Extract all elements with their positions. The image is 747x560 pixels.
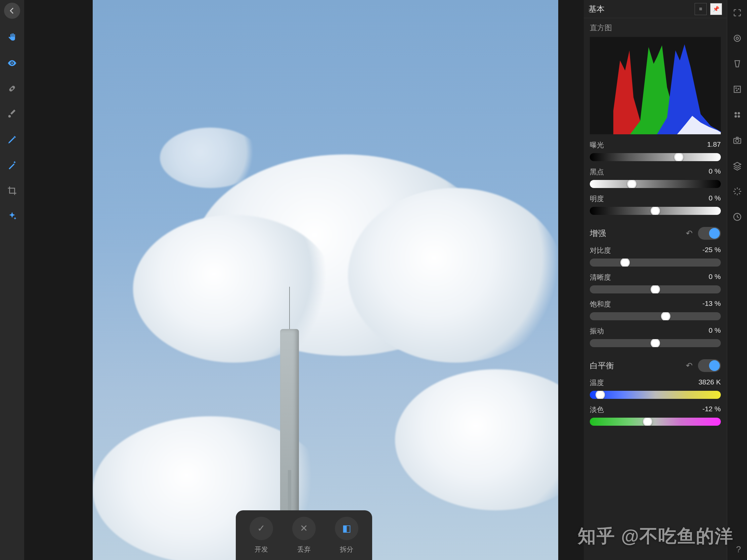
- history-icon[interactable]: [731, 211, 743, 223]
- crop-tool-icon[interactable]: [5, 184, 19, 197]
- tint-slider[interactable]: 淡色-12 %: [590, 405, 721, 426]
- contrast-slider[interactable]: 对比度-25 %: [590, 246, 721, 267]
- brightness-value: 0 %: [709, 194, 721, 204]
- wb-toggle[interactable]: [698, 359, 721, 372]
- pencil-tool-icon[interactable]: [5, 133, 19, 146]
- contrast-value: -25 %: [702, 246, 721, 255]
- enhance-header: 增强 ↶: [590, 227, 721, 240]
- left-toolbar: [0, 0, 24, 560]
- svg-point-0: [11, 62, 13, 64]
- blackpoint-slider[interactable]: 黑点0 %: [590, 167, 721, 188]
- histogram-label: 直方图: [590, 23, 721, 33]
- panel-header: 基本 ≡ 📌: [584, 0, 727, 18]
- channels-icon[interactable]: [731, 109, 743, 121]
- studio-rail: [727, 0, 747, 560]
- heal-tool-icon[interactable]: [5, 82, 19, 95]
- vibrance-slider[interactable]: 振动0 %: [590, 326, 721, 347]
- svg-point-4: [734, 35, 740, 42]
- exposure-slider[interactable]: 曝光1.87: [590, 140, 721, 161]
- brush-tool-icon[interactable]: [5, 107, 19, 121]
- camera-icon[interactable]: [731, 134, 743, 146]
- svg-point-5: [736, 37, 738, 39]
- wb-title: 白平衡: [590, 360, 614, 371]
- perspective-icon[interactable]: [731, 58, 743, 70]
- svg-point-15: [736, 139, 739, 142]
- photo-preview[interactable]: [93, 0, 558, 560]
- fullscreen-icon[interactable]: [731, 7, 743, 19]
- svg-point-8: [738, 89, 739, 89]
- tint-label: 淡色: [590, 405, 604, 414]
- split-button[interactable]: ◧ 拆分: [335, 517, 358, 554]
- temperature-value: 3826 K: [698, 378, 721, 388]
- tint-value: -12 %: [702, 405, 721, 414]
- whitebalance-header: 白平衡 ↶: [590, 359, 721, 372]
- clarity-slider[interactable]: 清晰度0 %: [590, 273, 721, 293]
- wand-tool-icon[interactable]: [5, 158, 19, 172]
- histogram[interactable]: [590, 37, 721, 134]
- list-view-icon[interactable]: ≡: [695, 3, 707, 15]
- vibrance-label: 振动: [590, 326, 604, 336]
- contrast-label: 对比度: [590, 246, 611, 255]
- wb-undo-icon[interactable]: ↶: [686, 361, 693, 370]
- vibrance-value: 0 %: [709, 326, 721, 336]
- exposure-value: 1.87: [707, 140, 721, 150]
- compass-icon[interactable]: [731, 185, 743, 197]
- clarity-value: 0 %: [709, 273, 721, 282]
- pin-icon[interactable]: 📌: [710, 3, 722, 15]
- svg-rect-6: [734, 86, 740, 93]
- discard-button[interactable]: ✕ 丢弃: [292, 517, 316, 554]
- clarity-label: 清晰度: [590, 273, 611, 282]
- hand-tool-icon[interactable]: [5, 31, 19, 44]
- svg-point-11: [738, 112, 740, 114]
- temperature-slider[interactable]: 温度3826 K: [590, 378, 721, 399]
- split-label: 拆分: [340, 545, 353, 554]
- sparkle-tool-icon[interactable]: [5, 210, 19, 223]
- noise-icon[interactable]: [731, 83, 743, 95]
- exposure-label: 曝光: [590, 140, 604, 150]
- help-icon[interactable]: ?: [736, 544, 741, 555]
- svg-point-3: [13, 87, 14, 88]
- brightness-label: 明度: [590, 194, 604, 204]
- blackpoint-value: 0 %: [709, 167, 721, 177]
- svg-point-10: [734, 112, 737, 114]
- discard-label: 丢弃: [297, 545, 311, 554]
- svg-point-12: [734, 115, 737, 117]
- back-button[interactable]: [4, 3, 20, 19]
- develop-actions: ✓ 开发 ✕ 丢弃 ◧ 拆分: [236, 510, 372, 560]
- develop-button[interactable]: ✓ 开发: [250, 517, 273, 554]
- layers-icon[interactable]: [731, 160, 743, 172]
- enhance-undo-icon[interactable]: ↶: [686, 229, 693, 238]
- enhance-toggle[interactable]: [698, 227, 721, 240]
- develop-label: 开发: [255, 545, 268, 554]
- svg-point-2: [10, 90, 11, 91]
- lens-icon[interactable]: [731, 32, 743, 44]
- saturation-slider[interactable]: 饱和度-13 %: [590, 299, 721, 320]
- svg-rect-1: [9, 86, 15, 92]
- svg-point-13: [738, 115, 740, 117]
- brightness-slider[interactable]: 明度0 %: [590, 194, 721, 215]
- saturation-label: 饱和度: [590, 299, 611, 309]
- canvas[interactable]: ✓ 开发 ✕ 丢弃 ◧ 拆分: [24, 0, 584, 560]
- saturation-value: -13 %: [702, 299, 721, 309]
- enhance-title: 增强: [590, 228, 606, 239]
- watermark: 知乎 @不吃鱼的洋: [578, 524, 733, 549]
- svg-point-9: [736, 90, 737, 91]
- blackpoint-label: 黑点: [590, 167, 604, 177]
- adjustments-panel: 基本 ≡ 📌 直方图 曝光1.87 黑点0 %: [584, 0, 727, 560]
- svg-point-7: [736, 88, 736, 88]
- panel-title: 基本: [589, 4, 604, 15]
- temperature-label: 温度: [590, 378, 604, 388]
- eye-tool-icon[interactable]: [5, 56, 19, 70]
